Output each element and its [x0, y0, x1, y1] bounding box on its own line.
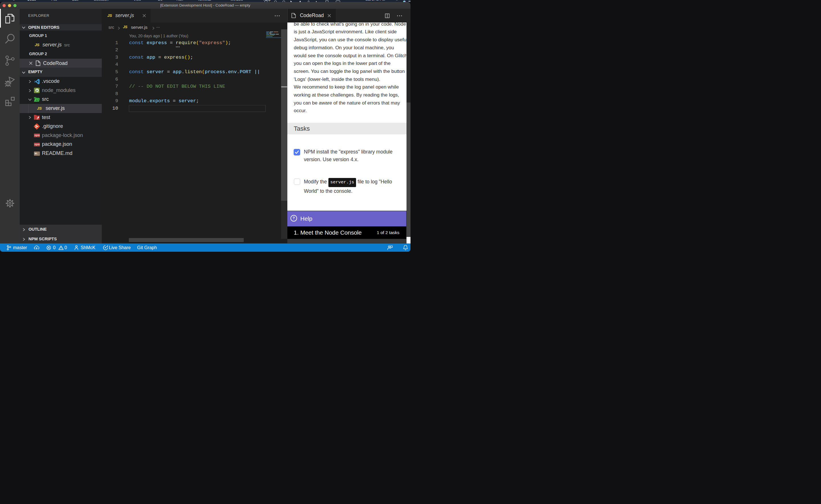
svg-text:</>: </>	[36, 99, 40, 102]
